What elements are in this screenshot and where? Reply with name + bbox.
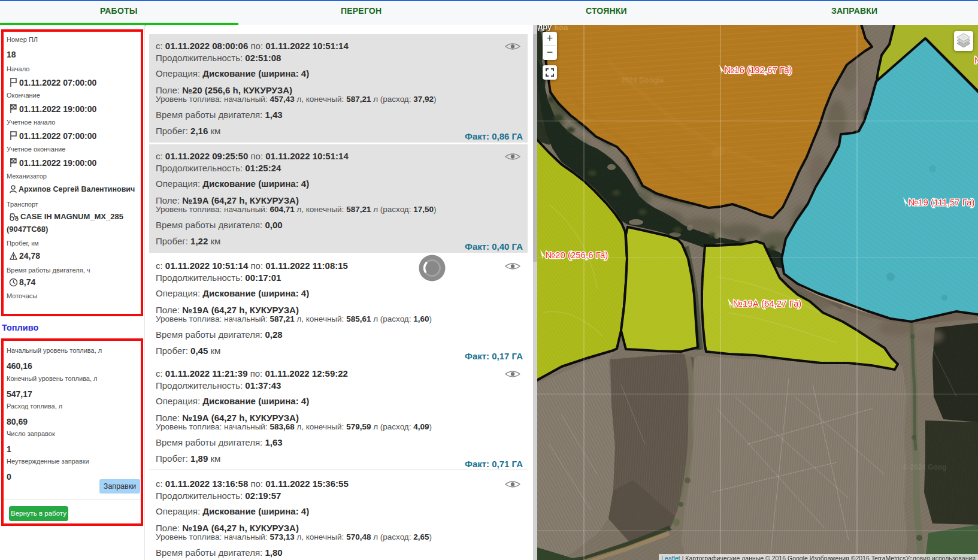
svg-text:№16 (192,67 Га): №16 (192,67 Га) xyxy=(725,65,792,75)
svg-text:№19 (111,57 Га): №19 (111,57 Га) xyxy=(909,197,974,207)
svg-text:№: № xyxy=(974,55,978,65)
svg-text:© 2024 Goog: © 2024 Goog xyxy=(903,463,947,471)
svg-text:2024 Google: 2024 Google xyxy=(621,76,664,84)
svg-text:№19А (64,27 Га): №19А (64,27 Га) xyxy=(733,298,801,308)
svg-text:№20 (256,6 Га): №20 (256,6 Га) xyxy=(546,250,608,260)
